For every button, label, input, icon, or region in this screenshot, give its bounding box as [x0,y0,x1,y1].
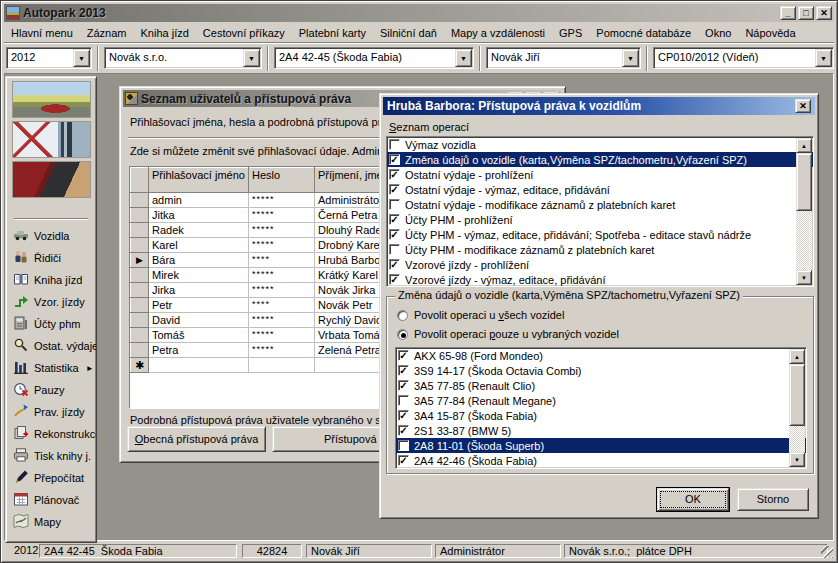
checkbox-list-item[interactable]: ✓3S9 14-17 (Škoda Octavia Combi) [396,363,806,378]
row-selector[interactable] [131,223,149,238]
sidebar-item-řidiči[interactable]: Řidiči [9,247,95,269]
checkbox-icon[interactable] [389,244,400,255]
menu-item-mapy-a-vzd-lenosti[interactable]: Mapy a vzdálenosti [444,24,552,42]
scrollbar-thumb[interactable] [796,153,812,211]
checkbox-icon[interactable]: ✓ [398,410,409,421]
checkbox-icon[interactable]: ✓ [389,214,400,225]
row-selector[interactable] [131,193,149,208]
cell-password[interactable]: ***** [248,223,314,238]
cell-password[interactable]: ***** [248,283,314,298]
row-selector[interactable] [131,268,149,283]
menu-item-cestovn-p-kazy[interactable]: Cestovní příkazy [196,24,292,42]
vertical-scrollbar[interactable]: ▲▼ [796,138,812,285]
checkbox-list-item[interactable]: ✓AKX 65-98 (Ford Mondeo) [396,348,806,363]
minimize-button[interactable]: _ [780,6,796,20]
chevron-down-icon[interactable]: ▼ [622,49,639,67]
checkbox-list-item[interactable]: ✓Ostatní výdaje - prohlížení [387,167,813,182]
cell-login[interactable]: Bára [149,253,249,268]
chevron-down-icon[interactable]: ▼ [815,49,832,67]
sidebar-item-ostat-výdaje[interactable]: Ostat. výdaje [9,335,95,357]
radio-selected-vehicles[interactable]: Povolit operaci pouze u vybraných vozide… [397,328,619,340]
checkbox-icon[interactable] [398,395,409,406]
checkbox-icon[interactable]: ✓ [389,259,400,270]
general-rights-button[interactable]: Obecná přístupová práva [127,426,266,452]
checkbox-list-item[interactable]: ✓Účty PHM - prohlížení [387,212,813,227]
cell-password[interactable]: ***** [248,193,314,208]
cell-password[interactable]: ***** [248,328,314,343]
column-header[interactable]: Přihlašovací jméno [149,168,249,193]
cell-login[interactable]: Mirek [149,268,249,283]
checkbox-list-item[interactable]: ✓3A5 77-85 (Renault Clio) [396,378,806,393]
cell-login[interactable]: Karel [149,238,249,253]
menu-item-kniha-j-zd[interactable]: Kniha jízd [134,24,196,42]
cell-password[interactable]: ***** [248,313,314,328]
menu-item-gps[interactable]: GPS [552,24,589,42]
chevron-down-icon[interactable]: ▼ [455,49,472,67]
sidebar-item-tisk-knihy-j-[interactable]: Tisk knihy j. [9,445,95,467]
cancel-button[interactable]: Storno [737,488,809,511]
dialog-close-button[interactable]: ✕ [795,99,811,113]
cell-password[interactable]: ***** [248,343,314,358]
checkbox-list-item[interactable]: ✓Ostatní výdaje - výmaz, editace, přidáv… [387,182,813,197]
checkbox-icon[interactable]: ✓ [398,455,409,466]
trip-order-combobox[interactable]: CP010/2012 (Vídeň)▼ [653,47,834,69]
cell-login[interactable]: Jitka [149,208,249,223]
checkbox-icon[interactable] [389,139,400,150]
menu-item-z-znam[interactable]: Záznam [80,24,134,42]
checkbox-list-item[interactable]: 2A8 11-01 (Škoda Superb) [396,438,806,453]
sidebar-item-prav-jízdy[interactable]: Prav. jízdy [9,401,95,423]
radio-all-vehicles[interactable]: Povolit operaci u všech vozidel [397,309,564,321]
checkbox-icon[interactable]: ✓ [398,350,409,361]
row-selector[interactable] [131,313,149,328]
vehicle-combobox[interactable]: 2A4 42-45 (Škoda Fabia)▼ [274,47,474,69]
checkbox-list-item[interactable]: ✓Vzorové jízdy - výmaz, editace, přidává… [387,272,813,287]
driver-combobox[interactable]: Novák Jiří▼ [486,47,641,69]
cell-password[interactable] [248,358,314,373]
sidebar-item-vozidla[interactable]: Vozidla [9,225,95,247]
checkbox-list-item[interactable]: ✓Změna údajů o vozidle (karta,Výměna SPZ… [387,152,813,167]
cell-login[interactable] [149,358,249,373]
checkbox-list-item[interactable]: ✓3A4 15-87 (Škoda Fabia) [396,408,806,423]
checkbox-icon[interactable] [398,440,409,451]
row-selector[interactable]: ▶ [131,253,149,268]
sidebar-item-pauzy[interactable]: Pauzy [9,379,95,401]
cell-login[interactable]: Petr [149,298,249,313]
sidebar-item-rekonstrukce[interactable]: Rekonstrukce [9,423,95,445]
cell-login[interactable]: David [149,313,249,328]
checkbox-list-item[interactable]: Účty PHM - modifikace záznamů z platební… [387,242,813,257]
menu-item-n-pov-da[interactable]: Nápověda [738,24,802,42]
radio-icon[interactable] [397,310,408,321]
checkbox-icon[interactable]: ✓ [389,154,400,165]
checkbox-list-item[interactable]: ✓Vzorové jízdy - prohlížení [387,257,813,272]
menu-item-okno[interactable]: Okno [698,24,738,42]
checkbox-icon[interactable]: ✓ [389,229,400,240]
row-selector[interactable] [131,298,149,313]
checkbox-icon[interactable]: ✓ [389,274,400,285]
sidebar-item-plánovač[interactable]: Plánovač [9,489,95,511]
checkbox-list-item[interactable]: ✓Účty PHM - výmaz, editace, přidávání; S… [387,227,813,242]
checkbox-icon[interactable]: ✓ [389,184,400,195]
column-header[interactable]: Heslo [248,168,314,193]
ok-button[interactable]: OK [657,488,729,511]
cell-password[interactable]: **** [248,298,314,313]
scroll-up-icon[interactable]: ▲ [796,138,812,153]
row-selector[interactable] [131,208,149,223]
cell-login[interactable]: admin [149,193,249,208]
checkbox-list-item[interactable]: Ostatní výdaje - modifikace záznamů z pl… [387,197,813,212]
close-button[interactable]: ✕ [816,6,832,20]
scroll-down-icon[interactable]: ▼ [796,270,812,285]
cell-password[interactable]: ***** [248,238,314,253]
checkbox-icon[interactable]: ✓ [398,380,409,391]
checkbox-list-item[interactable]: 3A5 77-84 (Renault Megane) [396,393,806,408]
scroll-down-icon[interactable]: ▼ [789,452,805,467]
row-selector[interactable] [131,328,149,343]
menu-item-pomocn-datab-ze[interactable]: Pomocné databáze [589,24,698,42]
checkbox-icon[interactable]: ✓ [389,169,400,180]
chevron-down-icon[interactable]: ▼ [243,49,260,67]
scrollbar-thumb[interactable] [789,364,805,426]
new-record-marker[interactable]: ✱ [131,358,149,373]
sidebar-item-vzor-jízdy[interactable]: Vzor. jízdy [9,291,95,313]
cell-password[interactable]: ***** [248,208,314,223]
cell-password[interactable]: ***** [248,268,314,283]
chevron-down-icon[interactable]: ▼ [73,49,90,67]
